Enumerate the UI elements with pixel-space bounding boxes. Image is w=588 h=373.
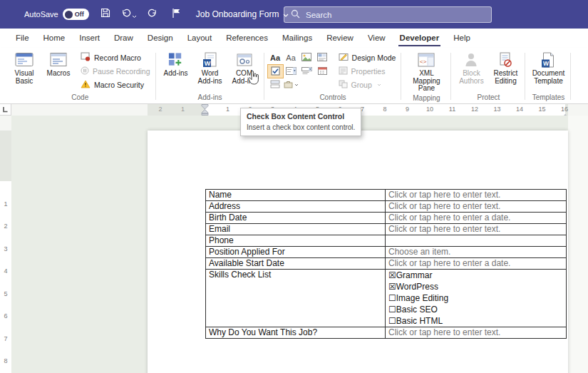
autosave-switch[interactable]: Off <box>63 9 89 20</box>
group-label-protect: Protect <box>455 92 522 103</box>
macro-security-button[interactable]: Macro Security <box>78 78 153 91</box>
group-button[interactable]: Group <box>336 78 398 91</box>
h-ruler-number: 14 <box>516 106 523 113</box>
button-label: Macro Security <box>94 81 144 89</box>
content-control-placeholder[interactable]: Click or tap here to enter a date. <box>386 258 567 270</box>
warning-triangle-icon <box>81 80 91 90</box>
button-label: Add-ins <box>164 70 188 78</box>
v-ruler-number: 2 <box>0 223 11 230</box>
content-control-placeholder[interactable]: Click or tap here to enter text. <box>386 190 567 201</box>
com-add-ins-button[interactable]: COM Add-ins <box>228 49 261 85</box>
block-authors-button[interactable]: Block Authors <box>455 49 488 85</box>
checkbox-control-item[interactable]: ☐Basic SEO <box>388 304 563 315</box>
repeating-section-control-button[interactable] <box>268 78 283 91</box>
h-ruler-number: 9 <box>406 106 409 113</box>
v-ruler-number: 4 <box>0 267 11 275</box>
xml-mapping-pane-button[interactable]: <> XML Mapping Pane <box>405 49 448 93</box>
ribbon-group-templates: W Document Template Templates <box>525 49 571 103</box>
field-label: Email <box>206 224 386 235</box>
redo-button[interactable] <box>145 7 160 21</box>
ribbon-group-addins: Add-ins W Word Add-ins COM Add-ins Add-i… <box>156 49 264 103</box>
tab-review[interactable]: Review <box>319 29 361 47</box>
document-page[interactable]: NameClick or tap here to enter text.Addr… <box>148 131 568 373</box>
document-canvas: NameClick or tap here to enter text.Addr… <box>11 116 588 373</box>
tab-references[interactable]: References <box>219 29 275 47</box>
field-label: Why Do You Want This Job? <box>206 327 386 339</box>
button-label: Design Mode <box>352 53 396 62</box>
drop-down-list-control-button[interactable] <box>299 65 314 78</box>
tab-insert[interactable]: Insert <box>72 29 107 47</box>
table-row: EmailClick or tap here to enter text. <box>206 224 567 235</box>
group-label-code: Code <box>8 92 153 103</box>
tab-home[interactable]: Home <box>36 29 73 47</box>
tab-mailings[interactable]: Mailings <box>275 29 319 47</box>
content-control-placeholder[interactable]: Click or tap here to enter text. <box>386 201 567 213</box>
tab-design[interactable]: Design <box>140 29 180 47</box>
search-box[interactable]: Search <box>284 6 492 23</box>
save-button[interactable] <box>98 7 113 21</box>
tab-draw[interactable]: Draw <box>107 29 140 47</box>
check-box-control-button[interactable] <box>268 65 283 78</box>
restrict-editing-button[interactable]: Restrict Editing <box>489 49 522 85</box>
menu-tabs: FileHomeInsertDrawDesignLayoutReferences… <box>0 29 588 48</box>
properties-button[interactable]: Properties <box>336 64 398 78</box>
chevron-down-icon <box>294 83 299 86</box>
checkbox-control-item[interactable]: ☐Basic HTML <box>388 315 563 327</box>
field-label: Phone <box>206 235 386 247</box>
quick-access-flag-button[interactable] <box>169 7 183 21</box>
tab-layout[interactable]: Layout <box>180 29 220 47</box>
undo-button[interactable] <box>122 7 136 21</box>
visual-basic-button[interactable]: Visual Basic <box>8 49 41 85</box>
content-control-placeholder[interactable]: Click or tap here to enter text. <box>386 224 567 235</box>
pause-recording-button[interactable]: Pause Recording <box>78 64 153 78</box>
button-label: Macros <box>47 70 71 78</box>
tooltip-title: Check Box Content Control <box>247 112 355 121</box>
field-label: Skills Check List <box>206 270 386 327</box>
rich-text-control-button[interactable]: Aa <box>268 51 283 64</box>
macros-button[interactable]: Macros <box>42 49 75 78</box>
document-template-button[interactable]: W Document Template <box>529 49 567 85</box>
h-ruler-number: 12 <box>471 106 478 113</box>
content-control-placeholder[interactable]: Choose an item. <box>386 247 567 258</box>
checkbox-control-item[interactable]: ☒WordPress <box>388 281 563 292</box>
content-control-placeholder[interactable]: Click or tap here to enter text. <box>386 327 567 339</box>
autosave-label: AutoSave <box>24 10 58 19</box>
design-mode-button[interactable]: Design Mode <box>336 51 398 64</box>
picture-icon <box>301 53 311 63</box>
document-title-menu[interactable]: Job Onboarding Form <box>196 9 289 19</box>
ribbon-group-controls: Aa Aa <box>264 49 402 103</box>
content-control-placeholder[interactable]: Click or tap here to enter a date. <box>386 213 567 224</box>
date-picker-control-button[interactable] <box>315 65 330 78</box>
table-row: NameClick or tap here to enter text. <box>206 190 567 201</box>
add-ins-button[interactable]: Add-ins <box>160 49 192 78</box>
skills-checklist-cell: ☒Grammar☒WordPress☐Image Editing☐Basic S… <box>386 270 567 327</box>
empty-field-cell[interactable] <box>386 235 567 247</box>
record-macro-button[interactable]: Record Macro <box>78 51 153 64</box>
table-row: Position Applied ForChoose an item. <box>206 247 567 258</box>
word-add-ins-icon: W <box>202 51 218 68</box>
tab-developer[interactable]: Developer <box>393 29 447 47</box>
checkbox-control-item[interactable]: ☐Image Editing <box>388 292 563 304</box>
redo-icon <box>147 8 158 21</box>
tab-file[interactable]: File <box>9 29 36 47</box>
h-ruler-number: 10 <box>426 106 433 113</box>
onboarding-form-table: NameClick or tap here to enter text.Addr… <box>205 189 567 339</box>
word-add-ins-button[interactable]: W Word Add-ins <box>194 49 227 85</box>
table-row: AddressClick or tap here to enter text. <box>206 201 567 213</box>
tab-help[interactable]: Help <box>446 29 478 47</box>
plain-text-control-button[interactable]: Aa <box>284 51 299 64</box>
vertical-ruler[interactable]: 12345678 <box>0 116 11 373</box>
ribbon-group-mapping: <> XML Mapping Pane Mapping <box>401 49 451 103</box>
building-block-gallery-button[interactable] <box>315 51 330 64</box>
tab-view[interactable]: View <box>361 29 393 47</box>
combo-box-control-button[interactable] <box>284 65 299 78</box>
tooltip: Check Box Content Control Insert a check… <box>240 108 361 136</box>
tab-stop-selector[interactable] <box>0 104 11 116</box>
legacy-tools-button[interactable] <box>284 78 299 91</box>
picture-control-button[interactable] <box>299 51 314 64</box>
checkbox-control-item[interactable]: ☒Grammar <box>388 270 563 281</box>
autosave-toggle[interactable]: AutoSave Off <box>24 9 89 20</box>
rich-text-icon: Aa <box>270 53 280 62</box>
field-label: Name <box>206 190 386 201</box>
properties-icon <box>339 66 348 76</box>
